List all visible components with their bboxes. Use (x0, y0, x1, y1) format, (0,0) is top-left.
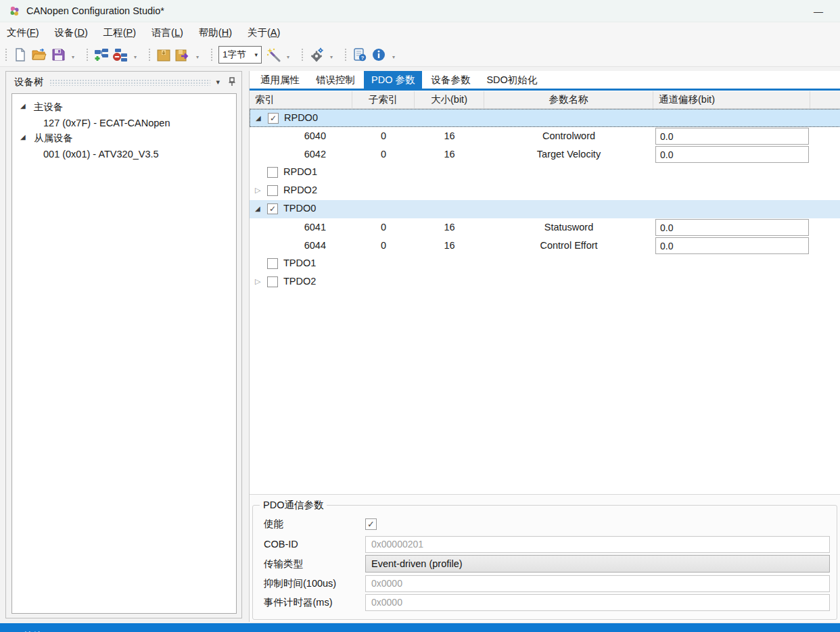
transmission-type-label: 传输类型 (264, 558, 365, 570)
transmission-type-select[interactable]: Event-driven (profile) (365, 555, 830, 573)
tree-item-label: 从属设备 (34, 132, 73, 145)
toolbar-grip[interactable] (147, 47, 151, 62)
row-expander-icon[interactable]: ◢ (255, 205, 260, 212)
open-folder-icon (32, 49, 47, 61)
column-header-index[interactable]: 索引 (250, 91, 352, 108)
tab-pdo-parameters[interactable]: PDO 参数 (364, 71, 422, 89)
tab-sdo-init[interactable]: SDO初始化 (479, 71, 544, 89)
rpdo2-checkbox[interactable] (267, 185, 278, 196)
panel-drag-texture[interactable] (49, 79, 211, 86)
tree-expander-icon[interactable]: ◢ (20, 133, 26, 141)
pdo-entry-row-6042[interactable]: 6042 0 16 Target Velocity (250, 145, 840, 164)
menu-file[interactable]: 文件(F) (7, 26, 47, 39)
cell-size: 16 (415, 130, 484, 141)
settings-button[interactable] (308, 46, 325, 64)
row-expander-icon[interactable]: ▷ (255, 278, 260, 285)
add-node-button[interactable] (93, 46, 110, 64)
remove-node-button[interactable] (112, 46, 129, 64)
tree-item-master-group[interactable]: ◢ 主设备 (12, 99, 236, 115)
pdo-group-row-rpdo2[interactable]: ▷ RPDO2 (250, 182, 840, 200)
save-icon (52, 48, 65, 61)
rpdo0-checkbox[interactable]: ✓ (268, 113, 279, 124)
cell-size: 16 (415, 240, 484, 251)
cell-index: 6041 (250, 222, 326, 233)
pdo-group-row-rpdo1[interactable]: RPDO1 (250, 164, 840, 182)
panel-menu-arrow-icon[interactable]: ▾ (216, 78, 220, 87)
tpdo1-checkbox[interactable] (267, 258, 278, 269)
inhibit-time-input[interactable] (365, 575, 830, 592)
offset-input-6042[interactable] (655, 146, 809, 163)
enable-checkbox[interactable]: ✓ (365, 518, 377, 530)
offset-input-6041[interactable] (655, 219, 809, 236)
tree-item-slave-device[interactable]: 001 (0x01) - ATV320_V3.5 (12, 146, 236, 162)
device-tree-panel: 设备树 ▾ ◢ 主设备 127 (0x7F) - ECAT-CANopen ◢ … (5, 71, 242, 618)
toolbar-grip[interactable] (344, 47, 347, 62)
tree-item-master-device[interactable]: 127 (0x7F) - ECAT-CANopen (12, 115, 236, 130)
toolbar-overflow-help[interactable]: ▾ (390, 55, 398, 60)
import-package-icon (157, 48, 170, 62)
menu-language[interactable]: 语言(L) (151, 26, 191, 39)
tab-general-properties[interactable]: 通用属性 (253, 71, 307, 89)
tree-expander-icon[interactable]: ◢ (20, 102, 26, 110)
column-header-size[interactable]: 大小(bit) (415, 91, 484, 108)
new-file-button[interactable] (11, 46, 29, 64)
byte-size-select[interactable]: 1字节 ▾ (218, 46, 262, 64)
toolbar-overflow-byte[interactable]: ▾ (284, 55, 292, 60)
menu-help[interactable]: 帮助(H) (199, 26, 239, 39)
transmission-type-row: 传输类型 Event-driven (profile) (264, 555, 830, 573)
pdo-group-label: RPDO1 (283, 166, 317, 177)
help-reference-button[interactable]: ? (351, 46, 369, 64)
add-node-icon (94, 48, 109, 62)
pdo-group-row-tpdo0[interactable]: ◢ ✓ TPDO0 (250, 200, 840, 218)
cell-subindex: 0 (352, 130, 415, 141)
about-info-button[interactable] (370, 46, 388, 64)
tpdo2-checkbox[interactable] (267, 276, 278, 287)
toolbar-overflow-file[interactable]: ▾ (69, 55, 77, 60)
column-header-subindex[interactable]: 子索引 (352, 91, 415, 108)
column-header-name[interactable]: 参数名称 (484, 91, 653, 108)
menu-device[interactable]: 设备(D) (55, 26, 95, 39)
pdo-entry-row-6041[interactable]: 6041 0 16 Statusword (250, 218, 840, 237)
export-button[interactable] (174, 46, 191, 64)
save-button[interactable] (49, 46, 67, 64)
cell-subindex: 0 (352, 222, 415, 233)
cell-index: 6044 (250, 240, 326, 251)
pdo-group-row-tpdo2[interactable]: ▷ TPDO2 (250, 273, 840, 291)
toolbar-group-transfer: ▾ (143, 45, 203, 65)
pdo-group-row-tpdo1[interactable]: TPDO1 (250, 255, 840, 273)
menu-project[interactable]: 工程(P) (103, 26, 143, 39)
tpdo0-checkbox[interactable]: ✓ (267, 203, 278, 214)
wizard-button[interactable] (264, 46, 282, 64)
offset-input-6040[interactable] (655, 128, 809, 145)
event-timer-input[interactable] (365, 594, 830, 611)
import-button[interactable] (155, 46, 172, 64)
row-expander-icon[interactable]: ◢ (256, 115, 261, 122)
pdo-table-header: 索引 子索引 大小(bit) 参数名称 通道偏移(bit) (250, 91, 840, 109)
configuration-panel: 通用属性 错误控制 PDO 参数 设备参数 SDO初始化 索引 子索引 大小(b… (249, 71, 840, 622)
toolbar-grip[interactable] (210, 47, 213, 62)
rpdo1-checkbox[interactable] (267, 167, 278, 178)
offset-input-6044[interactable] (655, 237, 809, 254)
toolbar-grip[interactable] (85, 47, 89, 62)
open-file-button[interactable] (30, 46, 48, 64)
menu-about[interactable]: 关于(A) (248, 26, 287, 39)
enable-label: 使能 (264, 518, 365, 531)
toolbar-overflow-nodes[interactable]: ▾ (131, 55, 139, 60)
pin-icon[interactable] (228, 77, 236, 87)
toolbar-overflow-transfer[interactable]: ▾ (193, 55, 202, 60)
pdo-group-row-rpdo0[interactable]: ◢ ✓ RPDO0 (250, 109, 840, 127)
pdo-entry-row-6044[interactable]: 6044 0 16 Control Effort (250, 237, 840, 255)
toolbar-grip[interactable] (300, 47, 304, 62)
row-expander-icon[interactable]: ▷ (255, 187, 260, 193)
tab-error-control[interactable]: 错误控制 (308, 71, 363, 89)
pdo-group-label: RPDO2 (283, 185, 317, 195)
pdo-entry-row-6040[interactable]: 6040 0 16 Controlword (250, 127, 840, 145)
minimize-button[interactable]: — (809, 4, 828, 19)
column-header-offset[interactable]: 通道偏移(bit) (653, 91, 810, 108)
toolbar-overflow-settings[interactable]: ▾ (327, 55, 335, 60)
pdo-group-label: RPDO0 (284, 112, 318, 123)
tree-item-slave-group[interactable]: ◢ 从属设备 (12, 130, 236, 146)
cob-id-input[interactable] (365, 536, 830, 553)
toolbar-grip[interactable] (4, 47, 7, 62)
tab-device-parameters[interactable]: 设备参数 (423, 71, 477, 89)
